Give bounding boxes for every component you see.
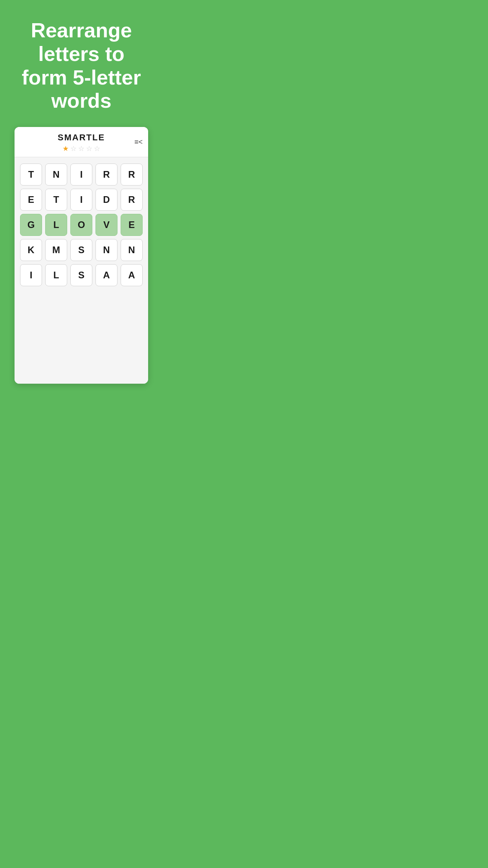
cell-4-4[interactable]: N [95, 239, 117, 261]
headline-text: Rearrange letters to form 5-letter words [0, 0, 163, 127]
cell-1-5[interactable]: R [121, 164, 143, 186]
grid-row-3: G L O V E [20, 214, 143, 236]
star-rating: ★ ☆ ☆ ☆ ☆ [62, 144, 100, 153]
grid-row-5: I L S A A [20, 264, 143, 286]
empty-space [15, 297, 148, 384]
star-4: ☆ [86, 144, 92, 153]
cell-3-3[interactable]: O [70, 214, 92, 236]
cell-1-3[interactable]: I [70, 164, 92, 186]
cell-1-1[interactable]: T [20, 164, 42, 186]
cell-4-2[interactable]: M [45, 239, 67, 261]
cell-3-1[interactable]: G [20, 214, 42, 236]
cell-2-1[interactable]: E [20, 189, 42, 211]
cell-4-3[interactable]: S [70, 239, 92, 261]
cell-5-1[interactable]: I [20, 264, 42, 286]
star-5: ☆ [94, 144, 100, 153]
cell-5-5[interactable]: A [121, 264, 143, 286]
app-title: SMARTLE [58, 132, 105, 143]
star-3: ☆ [78, 144, 84, 153]
grid-row-1: T N I R R [20, 164, 143, 186]
letter-grid: T N I R R E T I D R G L O V E K M S N N [15, 157, 148, 297]
cell-5-2[interactable]: L [45, 264, 67, 286]
app-card: SMARTLE ★ ☆ ☆ ☆ ☆ ≡< T N I R R E T I D R [15, 127, 148, 384]
cell-5-4[interactable]: A [95, 264, 117, 286]
cell-3-2[interactable]: L [45, 214, 67, 236]
app-title-block: SMARTLE ★ ☆ ☆ ☆ ☆ [58, 132, 105, 153]
cell-2-2[interactable]: T [45, 189, 67, 211]
star-2: ☆ [70, 144, 77, 153]
cell-4-1[interactable]: K [20, 239, 42, 261]
cell-2-4[interactable]: D [95, 189, 117, 211]
cell-3-4[interactable]: V [95, 214, 117, 236]
cell-1-2[interactable]: N [45, 164, 67, 186]
app-header: SMARTLE ★ ☆ ☆ ☆ ☆ ≡< [15, 127, 148, 157]
cell-3-5[interactable]: E [121, 214, 143, 236]
cell-2-3[interactable]: I [70, 189, 92, 211]
menu-icon[interactable]: ≡< [134, 138, 143, 146]
cell-1-4[interactable]: R [95, 164, 117, 186]
cell-4-5[interactable]: N [121, 239, 143, 261]
cell-5-3[interactable]: S [70, 264, 92, 286]
grid-row-2: E T I D R [20, 189, 143, 211]
cell-2-5[interactable]: R [121, 189, 143, 211]
grid-row-4: K M S N N [20, 239, 143, 261]
star-1: ★ [62, 144, 69, 153]
